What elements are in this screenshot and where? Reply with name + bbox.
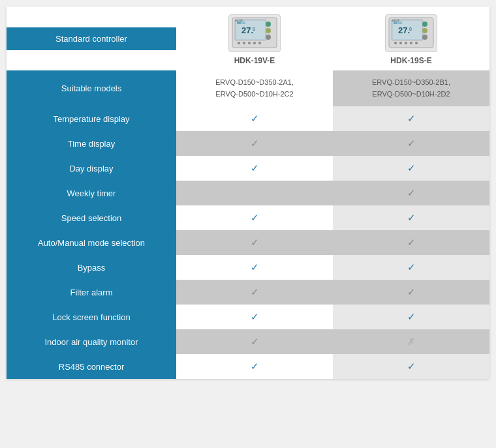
checkmark-gray-icon: ✓: [407, 286, 416, 297]
table-row: Indoor air quality monitor✓✗: [7, 329, 489, 354]
check-cell-v: ✓: [176, 305, 333, 329]
row-label: Filter alarm: [7, 280, 176, 305]
row-label: Suitable models: [7, 70, 176, 106]
svg-point-24: [422, 28, 427, 33]
check-cell-v: ✓: [176, 230, 333, 255]
svg-text:27.: 27.: [398, 25, 410, 35]
row-label: Day display: [7, 156, 176, 181]
product-s-image: 27. 8 HOLTOP: [385, 14, 437, 52]
table-row: Standard controller 27. 8 HOLTOP HDK-19V…: [7, 7, 489, 70]
standard-controller-label: Standard controller: [7, 7, 176, 70]
svg-text:27.: 27.: [241, 25, 253, 35]
check-cell-s: ✓: [333, 305, 489, 329]
svg-point-9: [266, 35, 271, 40]
table-row: Day display✓✓: [7, 156, 489, 181]
row-label: Speed selection: [7, 205, 176, 230]
checkmark-gray-icon: ✓: [407, 138, 416, 149]
checkmark-icon: ✓: [407, 113, 416, 124]
checkmark-icon: ✓: [407, 162, 416, 173]
check-cell-v: ✓: [176, 255, 333, 280]
row-label: Indoor air quality monitor: [7, 329, 176, 354]
product-s-header: 27. 8 HOLTOP HDK-19S-E: [333, 7, 489, 70]
checkmark-icon: ✓: [251, 311, 259, 322]
check-cell-v: ✓: [176, 156, 333, 181]
table-row: Bypass✓✓: [7, 255, 489, 280]
check-cell-v: ✓: [176, 106, 333, 131]
row-label: Lock screen function: [7, 305, 176, 329]
checkmark-icon: ✓: [407, 311, 416, 322]
svg-point-8: [266, 28, 271, 33]
svg-text:HOLTOP: HOLTOP: [235, 20, 243, 22]
product-v-name: HDK-19V-E: [181, 56, 328, 65]
product-s-name: HDK-19S-E: [338, 56, 484, 65]
check-cell-s: ✓: [333, 255, 489, 280]
table-row: Speed selection✓✓: [7, 205, 489, 230]
svg-point-27: [399, 42, 402, 44]
table-row: Temperature display✓✓: [7, 106, 489, 131]
svg-point-30: [415, 42, 418, 44]
product-v-image: 27. 8 HOLTOP: [228, 14, 281, 52]
check-cell-v: ✓: [176, 205, 333, 230]
check-cell-s: ✓: [333, 156, 489, 181]
row-label: Auto/Manual mode selection: [7, 230, 176, 255]
checkmark-icon: ✓: [251, 113, 259, 124]
row-label: Weekly timer: [7, 181, 176, 205]
check-cell-v: ✓: [176, 354, 333, 379]
check-cell-s: ✓: [333, 354, 489, 379]
svg-point-23: [422, 22, 427, 27]
svg-point-25: [422, 35, 427, 40]
checkmark-gray-icon: ✓: [251, 336, 259, 347]
check-cell-s: ✓: [333, 230, 489, 255]
check-cell-s: ✓: [333, 106, 489, 131]
checkmark-icon: ✓: [251, 361, 259, 372]
models-v: ERVQ-D150~D350-2A1,ERVQ-D500~D10H-2C2: [176, 70, 333, 106]
check-cell-s: ✓: [333, 131, 489, 156]
checkmark-gray-icon: ✓: [251, 286, 259, 297]
table-row: Weekly timer✓: [7, 181, 489, 205]
check-cell-s: ✓: [333, 280, 489, 305]
checkmark-gray-icon: ✓: [407, 187, 416, 198]
svg-point-10: [238, 42, 240, 44]
row-label: Temperature display: [7, 106, 176, 131]
svg-point-7: [266, 22, 271, 27]
svg-text:8: 8: [409, 27, 412, 31]
check-cell-v: ✓: [176, 280, 333, 305]
svg-point-28: [405, 42, 407, 44]
svg-point-29: [410, 42, 412, 44]
svg-point-13: [253, 42, 256, 44]
checkmark-icon: ✓: [251, 212, 259, 223]
models-s: ERVQ-D150~D350-2B1,ERVQ-D500~D10H-2D2: [333, 70, 489, 106]
table-row: Auto/Manual mode selection✓✓: [7, 230, 489, 255]
table-row: Filter alarm✓✓: [7, 280, 489, 305]
check-cell-v: ✓: [176, 329, 333, 354]
svg-text:8: 8: [253, 27, 255, 31]
table-row: Lock screen function✓✓: [7, 305, 489, 329]
table-row: RS485 connector✓✓: [7, 354, 489, 379]
checkmark-icon: ✓: [407, 212, 416, 223]
checkmark-gray-icon: ✓: [407, 237, 416, 248]
checkmark-icon: ✓: [251, 162, 259, 173]
checkmark-icon: ✓: [251, 261, 259, 273]
row-label: Bypass: [7, 255, 176, 280]
comparison-table: Standard controller 27. 8 HOLTOP HDK-19V…: [7, 7, 489, 379]
checkmark-icon: ✓: [407, 261, 416, 273]
table-row: Suitable modelsERVQ-D150~D350-2A1,ERVQ-D…: [7, 70, 489, 106]
svg-point-11: [243, 42, 245, 44]
check-cell-s: ✓: [333, 181, 489, 205]
svg-point-12: [248, 42, 251, 44]
x-icon: ✗: [407, 336, 416, 347]
product-v-header: 27. 8 HOLTOP HDK-19V-E: [176, 7, 333, 70]
check-cell-s: ✗: [333, 329, 489, 354]
check-cell-v: ✓: [176, 131, 333, 156]
svg-text:HOLTOP: HOLTOP: [392, 20, 399, 22]
svg-point-14: [258, 42, 261, 44]
row-label: Time display: [7, 131, 176, 156]
table-row: Time display✓✓: [7, 131, 489, 156]
checkmark-gray-icon: ✓: [251, 237, 259, 248]
check-cell-s: ✓: [333, 205, 489, 230]
checkmark-gray-icon: ✓: [251, 138, 259, 149]
svg-point-26: [394, 42, 397, 44]
row-label: RS485 connector: [7, 354, 176, 379]
check-cell-v: [176, 181, 333, 205]
checkmark-icon: ✓: [407, 361, 416, 372]
